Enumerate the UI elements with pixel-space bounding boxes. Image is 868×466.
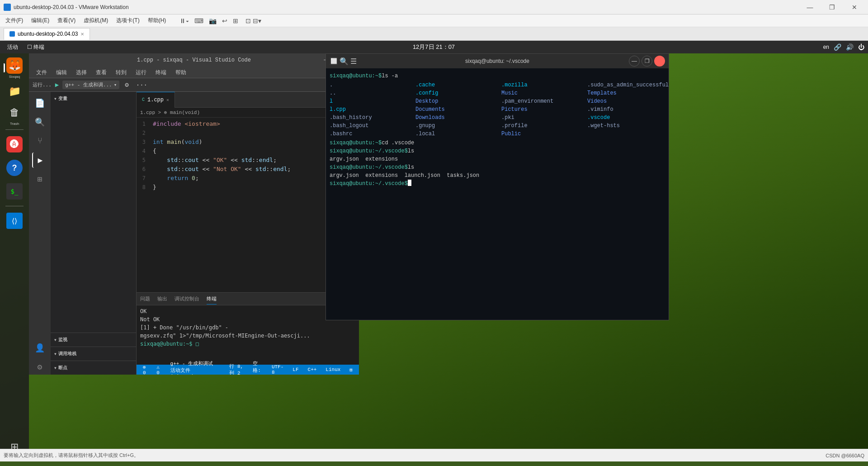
- run-play-btn[interactable]: ▶: [55, 81, 59, 89]
- vmware-title: ubuntu-desktop-20.04.03 - VMware Worksta…: [14, 4, 129, 10]
- vmware-maximize-btn[interactable]: ❐: [822, 0, 842, 14]
- terminal-minimize-btn[interactable]: —: [629, 56, 640, 67]
- ubuntu-top-panel: 活动 ☐ 终端 12月7日 21：07 en 🔗 🔊 ⏻: [0, 41, 868, 53]
- menu-vm[interactable]: 虚拟机(M): [80, 15, 112, 26]
- vmware-status-message: 要将输入定向到虚拟机，请将鼠标指针移入其中或按 Ctrl+G。: [4, 452, 139, 459]
- vscode-menu-edit[interactable]: 编辑: [52, 68, 71, 77]
- sidebar-breakpoints-section[interactable]: ▼ 断点: [51, 361, 136, 375]
- menu-tabs[interactable]: 选项卡(T): [113, 15, 143, 26]
- network-icon: 🔗: [834, 43, 841, 51]
- vm-tab-close[interactable]: ✕: [80, 32, 84, 37]
- ubuntu-dock: 🦊 Sixqaq 📁 🗑 Trash 🅐 ? $_ ⟨⟩ ⊞: [0, 53, 29, 461]
- build-dropdown[interactable]: g++ - 生成和调... ▾: [62, 81, 119, 89]
- menu-help[interactable]: 帮助(H): [144, 15, 170, 26]
- dock-item-terminal[interactable]: $_: [4, 181, 25, 202]
- status-eol[interactable]: LF: [290, 367, 301, 372]
- dock-item-appstore[interactable]: 🅐: [4, 133, 25, 155]
- terminal-title: sixqaq@ubuntu: ~/.vscode: [465, 58, 529, 64]
- datetime-display: 12月7日 21：07: [413, 43, 455, 51]
- activity-search[interactable]: 🔍: [32, 114, 47, 130]
- vscode-debug-toolbar: 运行... ▶ g++ - 生成和调... ▾ ⚙ ···: [29, 78, 359, 92]
- terminal-titlebar: ⬜ 🔍 ☰ sixqaq@ubuntu: ~/.vscode — ❐ ✕: [326, 54, 669, 68]
- lang-indicator[interactable]: en: [823, 44, 829, 50]
- sidebar-variables-section[interactable]: ▼ 变量: [51, 92, 136, 105]
- activity-settings[interactable]: ⚙: [32, 359, 47, 375]
- vscode-menu-file[interactable]: 文件: [33, 68, 51, 77]
- debug-settings-btn[interactable]: ⚙: [123, 81, 130, 89]
- panel-tab-problems[interactable]: 问题: [140, 294, 150, 304]
- status-warnings[interactable]: ⚠ 0: [154, 364, 164, 375]
- vscode-statusbar: ⊗ 0 ⚠ 0 g++ - 生成和调试活动文件 (sixqaq) 行 8, 列 …: [137, 365, 359, 375]
- activity-git[interactable]: ⑂: [32, 133, 47, 149]
- panel-tab-terminal[interactable]: 终端: [207, 294, 217, 304]
- vscode-tab-1cpp[interactable]: C 1.cpp ✕: [137, 92, 175, 108]
- terminal-search-btn[interactable]: 🔍: [340, 57, 349, 66]
- sidebar-watch-section[interactable]: ▼ 监视: [51, 333, 136, 347]
- panel-tab-debug-console[interactable]: 调试控制台: [175, 294, 199, 304]
- status-errors[interactable]: ⊗ 0: [140, 364, 150, 375]
- dock-separator2: [5, 206, 24, 206]
- power-icon: ⏻: [858, 43, 864, 51]
- vscode-title: 1.cpp - sixqaq - Visual Studio Code: [137, 57, 251, 63]
- status-os[interactable]: Linux: [323, 367, 343, 372]
- vscode-menu-view[interactable]: 查看: [92, 68, 110, 77]
- vscode-menu-goto[interactable]: 转到: [112, 68, 130, 77]
- terminal-content[interactable]: sixqaq@ubuntu:~$ ls -a . .cache .mozilla…: [326, 68, 669, 320]
- toolbar-send-keys[interactable]: ⌨: [193, 16, 205, 25]
- debug-more-btn[interactable]: ···: [134, 81, 149, 89]
- vm-tab-label: ubuntu-desktop-20.04.03: [18, 31, 78, 37]
- terminal-window: ⬜ 🔍 ☰ sixqaq@ubuntu: ~/.vscode — ❐ ✕ six…: [326, 53, 669, 320]
- run-label: 运行...: [33, 81, 52, 88]
- activity-run[interactable]: ▶: [32, 152, 47, 168]
- status-line[interactable]: 行 8, 列 2: [226, 363, 246, 375]
- vmware-menubar: 文件(F) 编辑(E) 查看(V) 虚拟机(M) 选项卡(T) 帮助(H) ⏸▾…: [0, 14, 868, 27]
- vmware-tabbar: ubuntu-desktop-20.04.03 ✕: [0, 27, 868, 41]
- status-language[interactable]: C++: [305, 367, 320, 372]
- toolbar-fullscreen[interactable]: ⊡: [245, 17, 251, 24]
- toolbar-unity[interactable]: ⊟▾: [253, 17, 261, 24]
- vscode-titlebar: 1.cpp - sixqaq - Visual Studio Code — ❐ …: [29, 53, 359, 67]
- panel-tab-output[interactable]: 输出: [157, 294, 167, 304]
- dock-item-files[interactable]: 📁: [4, 81, 25, 102]
- dock-separator1: [5, 129, 24, 130]
- activity-explorer[interactable]: 📄: [32, 95, 47, 111]
- volume-icon: 🔊: [846, 43, 854, 51]
- vscode-menu-terminal[interactable]: 终端: [152, 68, 170, 77]
- vscode-menu-select[interactable]: 选择: [72, 68, 90, 77]
- terminal-app-label[interactable]: ☐ 终端: [27, 43, 44, 51]
- terminal-close-btn[interactable]: ✕: [654, 56, 665, 67]
- activity-extensions[interactable]: ⊞: [32, 171, 47, 187]
- menu-view[interactable]: 查看(V): [54, 15, 79, 26]
- dock-item-firefox[interactable]: 🦊 Sixqaq: [4, 57, 25, 79]
- menu-file[interactable]: 文件(F): [2, 15, 27, 26]
- vscode-menu-help[interactable]: 帮助: [172, 68, 190, 77]
- status-encoding[interactable]: UTF-8: [269, 364, 286, 375]
- toolbar-more[interactable]: ⊞: [231, 16, 240, 25]
- terminal-menu-btn[interactable]: ☰: [350, 57, 357, 66]
- status-build[interactable]: g++ - 生成和调试活动文件 (sixqaq): [168, 360, 220, 375]
- terminal-maximize-btn[interactable]: ❐: [642, 56, 652, 67]
- menu-edit[interactable]: 编辑(E): [28, 15, 53, 26]
- activities-button[interactable]: 活动: [4, 41, 22, 53]
- vmware-status-icons: CSDN @6660AQ: [826, 453, 864, 458]
- vmware-icon: [4, 4, 11, 11]
- activity-accounts[interactable]: 👤: [32, 340, 47, 356]
- vscode-menu-run[interactable]: 运行: [132, 68, 150, 77]
- status-spaces[interactable]: 空格: 4: [250, 360, 265, 375]
- vm-tab[interactable]: ubuntu-desktop-20.04.03 ✕: [4, 28, 90, 40]
- terminal-icon: ⬜: [330, 57, 338, 65]
- dock-item-vscode[interactable]: ⟨⟩: [4, 210, 25, 232]
- status-grid: ⊞: [347, 367, 355, 373]
- dock-item-help[interactable]: ?: [4, 157, 25, 179]
- toolbar-revert[interactable]: ↩: [220, 16, 229, 25]
- toolbar-pause-btn[interactable]: ⏸▾: [178, 16, 191, 25]
- dock-item-trash[interactable]: 🗑 Trash: [4, 104, 25, 126]
- vscode-debug-sidebar: ▼ 变量 ▼ 监视 ▼ 调用堆栈 ▼ 断点: [51, 92, 137, 375]
- vmware-close-btn[interactable]: ✕: [844, 0, 864, 14]
- vscode-window: 1.cpp - sixqaq - Visual Studio Code — ❐ …: [29, 53, 359, 375]
- vscode-menubar: 文件 编辑 选择 查看 转到 运行 终端 帮助: [29, 67, 359, 78]
- sidebar-callstack-section[interactable]: ▼ 调用堆栈: [51, 347, 136, 361]
- vscode-activity-bar: 📄 🔍 ⑂ ▶ ⊞ 👤 ⚙: [29, 92, 51, 375]
- toolbar-snapshot[interactable]: 📷: [207, 16, 218, 25]
- vmware-minimize-btn[interactable]: —: [800, 0, 820, 14]
